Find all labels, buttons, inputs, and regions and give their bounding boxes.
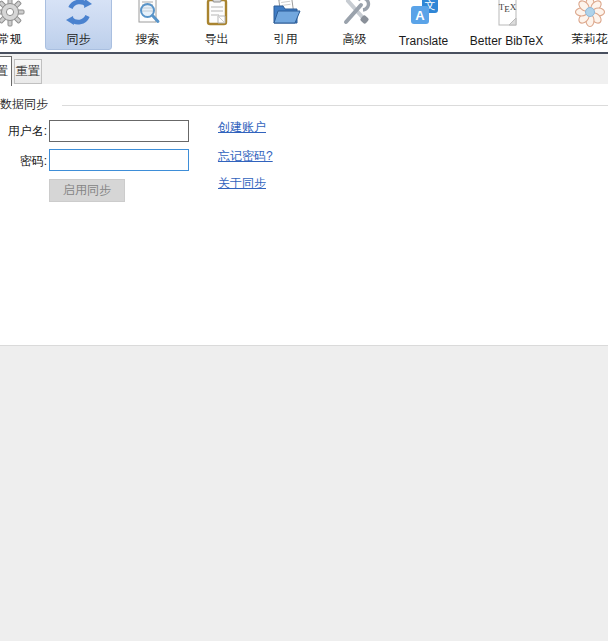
toolbar-item-translate[interactable]: 文 A Translate (389, 0, 458, 52)
toolbar-item-label: Translate (389, 34, 458, 48)
toolbar-item-label: Better BibTeX (458, 34, 555, 48)
advanced-icon (339, 0, 371, 28)
toolbar-item-jasmine[interactable]: 茉莉花 (555, 0, 608, 52)
toolbar-item-export[interactable]: 导出 (182, 0, 251, 52)
password-input[interactable] (49, 149, 189, 171)
bibtex-icon: TEX (491, 0, 523, 28)
export-icon (201, 0, 233, 28)
toolbar-item-cite[interactable]: 引用 (251, 0, 320, 52)
create-account-link[interactable]: 创建账户 (218, 119, 266, 136)
toolbar-item-label: 常规 (0, 31, 44, 48)
cite-icon (270, 0, 302, 28)
forgot-password-link[interactable]: 忘记密码? (218, 148, 273, 165)
toolbar-item-advanced[interactable]: 高级 (320, 0, 389, 52)
toolbar-item-sync[interactable]: 同步 (44, 0, 113, 52)
tab-settings[interactable]: 置 (0, 56, 12, 86)
username-label: 用户名: (0, 123, 47, 140)
toolbar-item-label: 高级 (320, 31, 389, 48)
toolbar-item-better-bibtex[interactable]: TEX Better BibTeX (458, 0, 555, 52)
toolbar-item-label: 同步 (44, 31, 113, 48)
tab-reset[interactable]: 重置 (14, 59, 42, 84)
toolbar-item-general[interactable]: 常规 (0, 0, 44, 52)
svg-text:A: A (415, 8, 425, 23)
enable-sync-button[interactable]: 启用同步 (49, 179, 125, 202)
group-title-data-sync: 数据同步 (0, 96, 48, 113)
sync-icon (63, 0, 95, 28)
toolbar-item-label: 搜索 (113, 31, 182, 48)
toolbar-item-label: 茉莉花 (555, 31, 608, 48)
tab-label: 重置 (16, 63, 40, 80)
about-sync-link[interactable]: 关于同步 (218, 175, 266, 192)
tab-label: 置 (0, 63, 8, 80)
tab-strip: 置 重置 (0, 54, 608, 84)
search-icon (132, 0, 164, 28)
toolbar-item-label: 引用 (251, 31, 320, 48)
groupbox-line (62, 105, 608, 106)
dialog-footer: 软件技巧 (0, 345, 608, 641)
flower-icon (574, 0, 606, 28)
preferences-toolbar: 常规 同步 (0, 0, 608, 52)
password-label: 密码: (0, 153, 47, 170)
toolbar-item-search[interactable]: 搜索 (113, 0, 182, 52)
gear-icon (0, 0, 26, 28)
preferences-window: 常规 同步 (0, 0, 608, 641)
username-input[interactable] (49, 120, 189, 142)
translate-icon: 文 A (408, 0, 440, 28)
toolbar-item-label: 导出 (182, 31, 251, 48)
sync-settings-pane: 数据同步 用户名: 密码: 启用同步 创建账户 忘记密码? 关于同步 (0, 84, 608, 345)
